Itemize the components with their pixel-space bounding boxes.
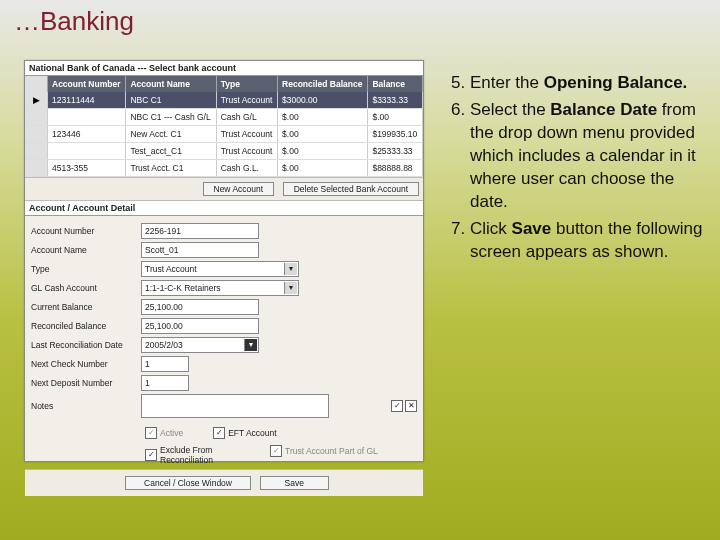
table-row[interactable]: Test_acct_C1 Trust Account $.00 $25333.3…: [25, 143, 423, 160]
chevron-down-icon: ▾: [284, 282, 297, 294]
text: Click: [470, 219, 512, 238]
input-reconciled-balance[interactable]: 25,100.00: [141, 318, 259, 334]
checkbox-eft[interactable]: ✓EFT Account: [213, 427, 277, 439]
row-indicator: [25, 160, 48, 177]
row-indicator: [25, 126, 48, 143]
input-next-check[interactable]: 1: [141, 356, 189, 372]
row-indicator: [25, 143, 48, 160]
col-type[interactable]: Type: [216, 76, 277, 92]
instruction-item: Select the Balance Date from the drop do…: [470, 99, 704, 214]
form-footer: Cancel / Close Window Save: [25, 469, 423, 496]
table-buttons: New Account Delete Selected Bank Account: [25, 177, 423, 201]
label-next-deposit: Next Deposit Number: [31, 378, 141, 388]
cell: Trust Acct. C1: [126, 160, 216, 177]
input-current-balance[interactable]: 25,100.00: [141, 299, 259, 315]
cell: Trust Account: [216, 126, 277, 143]
label-notes: Notes: [31, 401, 141, 411]
new-account-button[interactable]: New Account: [203, 182, 275, 196]
text-bold: Save: [512, 219, 552, 238]
instruction-item: Enter the Opening Balance.: [470, 72, 704, 95]
cell: Cash G/L: [216, 109, 277, 126]
label-current-balance: Current Balance: [31, 302, 141, 312]
label-next-check: Next Check Number: [31, 359, 141, 369]
row-indicator: ▶: [25, 92, 48, 109]
cell: [48, 109, 126, 126]
checkbox-trust-gl[interactable]: ✓Trust Account Part of GL: [270, 445, 378, 457]
checkbox-icon: ✓: [213, 427, 225, 439]
col-account-number[interactable]: Account Number: [48, 76, 126, 92]
cell: $.00: [278, 160, 368, 177]
text-bold: Balance Date: [550, 100, 657, 119]
label-type: Type: [31, 264, 141, 274]
cell: Trust Account: [216, 143, 277, 160]
select-gl-cash[interactable]: 1:1-1-C-K Retainers▾: [141, 280, 299, 296]
checkbox-label: EFT Account: [228, 428, 277, 438]
table-row[interactable]: ▶ 123111444 NBC C1 Trust Account $3000.0…: [25, 92, 423, 109]
cell: $199935.10: [368, 126, 423, 143]
instruction-item: Click Save button the following screen a…: [470, 218, 704, 264]
checkbox-icon: ✓: [145, 427, 157, 439]
select-gl-value: 1:1-1-C-K Retainers: [145, 283, 221, 293]
cell: $25333.33: [368, 143, 423, 160]
cell: [48, 143, 126, 160]
select-type[interactable]: Trust Account▾: [141, 261, 299, 277]
text: Enter the: [470, 73, 544, 92]
checkbox-icon: ✓: [270, 445, 282, 457]
delete-account-button[interactable]: Delete Selected Bank Account: [283, 182, 419, 196]
cell: NBC C1: [126, 92, 216, 109]
cell: 4513-355: [48, 160, 126, 177]
checkbox-active[interactable]: ✓Active: [145, 427, 183, 439]
input-next-deposit[interactable]: 1: [141, 375, 189, 391]
cell: 123111444: [48, 92, 126, 109]
account-detail-form: Account Number2256-191 Account NameScott…: [25, 216, 423, 425]
cell: NBC C1 --- Cash G/L: [126, 109, 216, 126]
checkbox-label: Exclude From Reconciliation: [160, 445, 240, 465]
clear-icon[interactable]: ✕: [405, 400, 417, 412]
checkbox-exclude-recon[interactable]: ✓Exclude From Reconciliation: [145, 445, 240, 465]
text-bold: Opening Balance.: [544, 73, 688, 92]
row-indicator: [25, 109, 48, 126]
chevron-down-icon: ▾: [244, 339, 257, 351]
label-account-number: Account Number: [31, 226, 141, 236]
checkbox-icon: ✓: [145, 449, 157, 461]
cell: $.00: [278, 126, 368, 143]
col-account-name[interactable]: Account Name: [126, 76, 216, 92]
label-gl-cash: GL Cash Account: [31, 283, 141, 293]
table-row[interactable]: 123446 New Acct. C1 Trust Account $.00 $…: [25, 126, 423, 143]
table-row[interactable]: 4513-355 Trust Acct. C1 Cash G.L. $.00 $…: [25, 160, 423, 177]
col-balance[interactable]: Balance: [368, 76, 423, 92]
cell: Cash G.L.: [216, 160, 277, 177]
cell: $.00: [278, 109, 368, 126]
cancel-button[interactable]: Cancel / Close Window: [125, 476, 251, 490]
checkbox-label: Active: [160, 428, 183, 438]
select-date-value: 2005/2/03: [145, 340, 183, 350]
cell: Test_acct_C1: [126, 143, 216, 160]
save-button[interactable]: Save: [260, 476, 329, 490]
cell: $.00: [278, 143, 368, 160]
cell: $3333.33: [368, 92, 423, 109]
label-account-name: Account Name: [31, 245, 141, 255]
input-notes[interactable]: [141, 394, 329, 418]
instruction-list: Enter the Opening Balance. Select the Ba…: [444, 72, 704, 268]
cell: $.00: [368, 109, 423, 126]
page-title: …Banking: [14, 6, 134, 37]
detail-section-header: Account / Account Detail: [25, 201, 423, 216]
table-header-row: Account Number Account Name Type Reconci…: [25, 76, 423, 92]
accounts-table: Account Number Account Name Type Reconci…: [25, 76, 423, 177]
cell: 123446: [48, 126, 126, 143]
cell: $3000.00: [278, 92, 368, 109]
label-last-recon-date: Last Reconciliation Date: [31, 340, 141, 350]
table-row[interactable]: NBC C1 --- Cash G/L Cash G/L $.00 $.00: [25, 109, 423, 126]
select-type-value: Trust Account: [145, 264, 197, 274]
row-header-blank: [25, 76, 48, 92]
checkbox-label: Trust Account Part of GL: [285, 446, 378, 456]
cell: Trust Account: [216, 92, 277, 109]
spell-icon[interactable]: ✓: [391, 400, 403, 412]
chevron-down-icon: ▾: [284, 263, 297, 275]
input-account-number[interactable]: 2256-191: [141, 223, 259, 239]
text: Select the: [470, 100, 550, 119]
select-last-recon-date[interactable]: 2005/2/03▾: [141, 337, 259, 353]
label-reconciled-balance: Reconciled Balance: [31, 321, 141, 331]
input-account-name[interactable]: Scott_01: [141, 242, 259, 258]
col-reconciled[interactable]: Reconciled Balance: [278, 76, 368, 92]
